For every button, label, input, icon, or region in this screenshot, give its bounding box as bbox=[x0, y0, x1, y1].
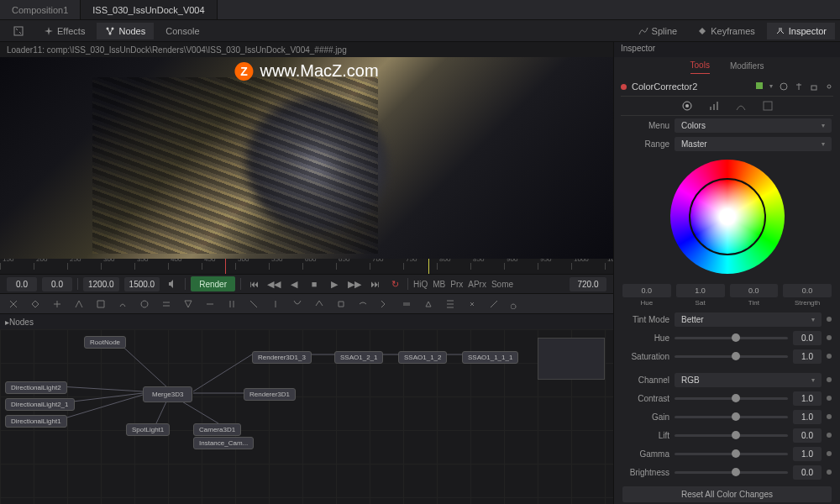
contrast-value[interactable]: 1.0 bbox=[793, 391, 822, 406]
play-reverse-icon[interactable]: ◀ bbox=[286, 276, 302, 291]
time-out[interactable]: 1200.0 bbox=[83, 277, 119, 291]
time-end[interactable]: 1500.0 bbox=[124, 277, 160, 291]
play-icon[interactable]: ▶ bbox=[327, 276, 342, 291]
saturation-slider[interactable] bbox=[675, 355, 788, 358]
console-button[interactable]: Console bbox=[157, 23, 207, 39]
mb-toggle[interactable]: MB bbox=[433, 280, 445, 289]
node-ssao1-1-1-1[interactable]: SSAO1_1_1_1 bbox=[462, 351, 518, 364]
keyframe-dot[interactable] bbox=[827, 414, 832, 419]
node-renderer3d1[interactable]: Renderer3D1 bbox=[244, 388, 296, 401]
quad-strength-value[interactable]: 0.0 bbox=[783, 284, 832, 297]
spline-button[interactable]: Spline bbox=[630, 23, 686, 39]
step-forward-icon[interactable]: ▶▶ bbox=[347, 276, 362, 291]
tab-composition1[interactable]: Composition1 bbox=[0, 0, 81, 19]
gain-slider[interactable] bbox=[675, 416, 788, 418]
quad-sat-value[interactable]: 1.0 bbox=[676, 284, 725, 297]
tool-2[interactable] bbox=[49, 296, 66, 312]
tool-7[interactable] bbox=[158, 296, 175, 312]
fps-field[interactable]: 720.0 bbox=[570, 277, 606, 291]
loop-icon[interactable]: ↻ bbox=[387, 276, 402, 291]
tool-3[interactable] bbox=[71, 296, 87, 312]
tool-10[interactable] bbox=[223, 296, 240, 312]
node-merge3d3[interactable]: Merge3D3 bbox=[143, 386, 192, 402]
levels-page-icon[interactable] bbox=[708, 100, 720, 112]
tab-tools[interactable]: Tools bbox=[690, 60, 710, 74]
tool-1[interactable] bbox=[27, 296, 44, 312]
menu-dropdown[interactable]: Colors▾ bbox=[675, 118, 832, 133]
channel-dropdown[interactable]: RGB▾ bbox=[675, 373, 822, 387]
timeline-ruler[interactable]: 1502002503003504004505005506006507007508… bbox=[0, 259, 613, 274]
chevron-down-icon[interactable]: ▾ bbox=[769, 82, 773, 91]
keyframe-dot[interactable] bbox=[827, 433, 832, 438]
hiq-toggle[interactable]: HiQ bbox=[413, 280, 428, 289]
goto-end-icon[interactable]: ⏭ bbox=[367, 276, 382, 291]
goto-start-icon[interactable]: ⏮ bbox=[246, 276, 261, 291]
keyframe-dot[interactable] bbox=[827, 335, 832, 340]
keyframe-dot[interactable] bbox=[827, 377, 832, 382]
node-graph[interactable]: RootNodeDirectionalLight2DirectionalLigh… bbox=[0, 329, 613, 504]
step-back-icon[interactable]: ◀◀ bbox=[266, 276, 281, 291]
fit-button[interactable] bbox=[5, 23, 32, 39]
time-in[interactable]: 0.0 bbox=[42, 277, 72, 291]
keyframe-dot[interactable] bbox=[827, 470, 832, 475]
quad-hue-value[interactable]: 0.0 bbox=[622, 284, 671, 297]
tool-12[interactable] bbox=[267, 296, 284, 312]
tool-13[interactable] bbox=[289, 296, 306, 312]
tool-20[interactable] bbox=[442, 296, 459, 312]
node-directionallight2[interactable]: DirectionalLight2 bbox=[5, 381, 67, 394]
tool-23[interactable] bbox=[507, 296, 524, 312]
tool-17[interactable] bbox=[376, 296, 393, 312]
node-instance-cam-[interactable]: Instance_Cam... bbox=[193, 437, 254, 449]
minimap[interactable] bbox=[538, 338, 605, 380]
reset-icon[interactable] bbox=[780, 82, 788, 91]
contrast-slider[interactable] bbox=[675, 397, 788, 400]
some-toggle[interactable]: Some bbox=[491, 280, 513, 289]
tool-15[interactable] bbox=[333, 296, 349, 312]
tool-9[interactable] bbox=[202, 296, 218, 312]
nodes-button[interactable]: Nodes bbox=[97, 23, 154, 39]
tool-5[interactable] bbox=[114, 296, 131, 312]
range-dropdown[interactable]: Master▾ bbox=[675, 137, 832, 151]
node-camera3d1[interactable]: Camera3D1 bbox=[193, 423, 241, 436]
tool-19[interactable] bbox=[420, 296, 437, 312]
quad-tint-value[interactable]: 0.0 bbox=[730, 284, 779, 297]
gamma-slider[interactable] bbox=[675, 453, 788, 455]
tool-4[interactable] bbox=[92, 296, 109, 312]
keyframe-dot[interactable] bbox=[827, 396, 832, 401]
tool-0[interactable] bbox=[5, 296, 22, 312]
tool-18[interactable] bbox=[398, 296, 415, 312]
pin-icon[interactable] bbox=[795, 82, 803, 91]
tab-modifiers[interactable]: Modifiers bbox=[730, 61, 764, 74]
node-directionallight2-1[interactable]: DirectionalLight2_1 bbox=[5, 398, 75, 411]
tool-8[interactable] bbox=[180, 296, 197, 312]
curves-page-icon[interactable] bbox=[735, 100, 747, 112]
settings-icon[interactable] bbox=[825, 82, 833, 91]
node-directionallight1[interactable]: DirectionalLight1 bbox=[5, 415, 67, 428]
tool-22[interactable] bbox=[486, 296, 502, 312]
version-icon[interactable] bbox=[756, 82, 763, 89]
prx-toggle[interactable]: Prx bbox=[450, 280, 463, 289]
effects-button[interactable]: Effects bbox=[35, 23, 93, 39]
keyframes-button[interactable]: Keyframes bbox=[689, 23, 764, 39]
node-ssao1-1-2[interactable]: SSAO1_1_2 bbox=[398, 351, 447, 364]
common-page-icon[interactable] bbox=[762, 100, 774, 112]
keyframe-dot[interactable] bbox=[827, 354, 832, 359]
node-ssao1-2-1[interactable]: SSAO1_2_1 bbox=[334, 351, 383, 364]
tool-14[interactable] bbox=[311, 296, 328, 312]
inspector-button[interactable]: Inspector bbox=[767, 23, 835, 39]
hue-value[interactable]: 0.0 bbox=[793, 331, 822, 345]
node-renderer3d1-3[interactable]: Renderer3D1_3 bbox=[252, 351, 312, 364]
tool-21[interactable] bbox=[464, 296, 480, 312]
lift-value[interactable]: 0.0 bbox=[793, 428, 822, 443]
lift-slider[interactable] bbox=[675, 434, 788, 437]
saturation-value[interactable]: 1.0 bbox=[793, 349, 822, 364]
audio-icon[interactable] bbox=[165, 276, 180, 291]
tool-6[interactable] bbox=[136, 296, 153, 312]
node-rootnode[interactable]: RootNode bbox=[84, 336, 126, 349]
keyframe-dot[interactable] bbox=[827, 451, 832, 456]
enable-dot-icon[interactable] bbox=[621, 84, 627, 90]
reset-button[interactable]: Reset All Color Changes bbox=[622, 486, 832, 502]
keyframe-dot[interactable] bbox=[827, 317, 832, 322]
hue-slider[interactable] bbox=[675, 337, 788, 339]
brightness-value[interactable]: 0.0 bbox=[793, 465, 822, 480]
